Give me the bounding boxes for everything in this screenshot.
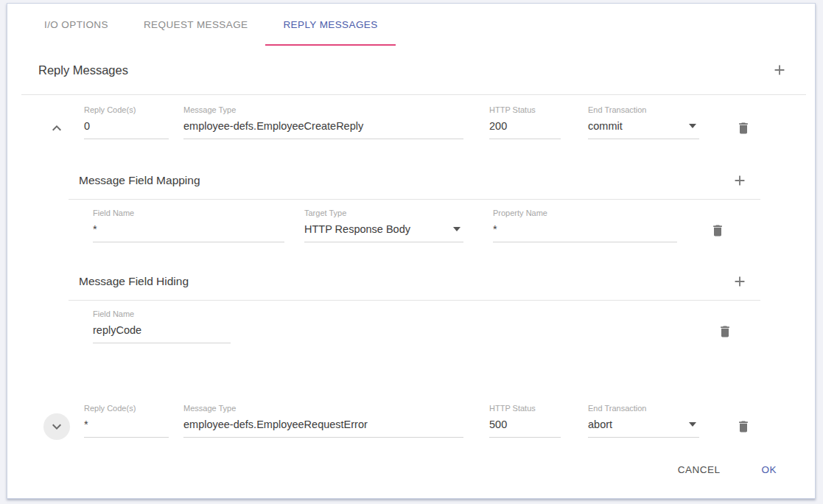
reply-message-item-2: Reply Code(s) Message Type HTTP Status E… (7, 393, 815, 444)
plus-icon (771, 62, 788, 78)
ok-button[interactable]: OK (749, 458, 788, 481)
dropdown-arrow-icon (689, 124, 696, 128)
mapping-section-title: Message Field Mapping (79, 174, 200, 187)
message-type-label: Message Type (183, 404, 463, 413)
target-type-field: Target Type HTTP Response Body (304, 209, 463, 242)
end-transaction-label: End Transaction (588, 105, 699, 115)
reply-row-2: Reply Code(s) Message Type HTTP Status E… (7, 393, 815, 444)
end-transaction-field-2: End Transaction abort (588, 404, 699, 438)
chevron-down-icon (48, 418, 66, 435)
plus-icon (732, 273, 748, 290)
dropdown-arrow-icon (453, 227, 460, 231)
mapping-row: Field Name Target Type HTTP Response Bod… (7, 200, 815, 247)
http-status-field-2: HTTP Status (489, 404, 561, 438)
delete-mapping-button[interactable] (704, 217, 731, 244)
trash-icon (718, 324, 732, 339)
target-type-label: Target Type (304, 209, 463, 218)
mapping-field-name-input[interactable] (93, 221, 284, 242)
active-tab-ink-bar (265, 44, 395, 46)
field-name-label: Field Name (93, 309, 231, 319)
reply-codes-label: Reply Code(s) (84, 105, 169, 115)
message-type-input[interactable] (183, 118, 463, 139)
delete-hiding-button[interactable] (712, 318, 738, 345)
trash-icon (736, 121, 751, 136)
expand-reply-button[interactable] (43, 413, 70, 440)
end-transaction-select[interactable]: abort (588, 416, 699, 438)
dropdown-arrow-icon (689, 422, 696, 427)
trash-icon (736, 419, 751, 434)
message-type-field-1: Message Type (183, 105, 463, 139)
plus-icon (732, 172, 748, 189)
field-name-label: Field Name (93, 209, 284, 218)
end-transaction-value: abort (588, 419, 612, 430)
reply-codes-label: Reply Code(s) (84, 404, 169, 413)
tab-request-message[interactable]: REQUEST MESSAGE (126, 4, 266, 46)
hiding-row: Field Name (7, 301, 815, 348)
chevron-up-icon (48, 119, 66, 137)
http-status-input[interactable] (489, 118, 561, 139)
add-mapping-button[interactable] (726, 167, 753, 194)
tab-bar: I/O OPTIONS REQUEST MESSAGE REPLY MESSAG… (7, 4, 815, 46)
cancel-button[interactable]: CANCEL (666, 458, 732, 481)
reply-codes-field-2: Reply Code(s) (84, 404, 169, 438)
add-reply-message-button[interactable] (766, 57, 793, 83)
trash-icon (710, 223, 725, 238)
mapping-section-header: Message Field Mapping (7, 162, 815, 199)
tab-reply-messages-label: REPLY MESSAGES (283, 19, 377, 30)
tab-io-options[interactable]: I/O OPTIONS (27, 4, 126, 46)
end-transaction-label: End Transaction (588, 404, 699, 413)
reply-message-item-1: Reply Code(s) Message Type HTTP Status E… (7, 95, 815, 348)
add-hiding-button[interactable] (726, 268, 753, 295)
target-type-value: HTTP Response Body (304, 223, 410, 235)
http-status-input[interactable] (489, 416, 561, 438)
reply-row-1: Reply Code(s) Message Type HTTP Status E… (7, 95, 815, 146)
hiding-field-name-input[interactable] (93, 322, 231, 343)
collapse-reply-button[interactable] (43, 115, 70, 141)
end-transaction-field-1: End Transaction commit (588, 105, 699, 139)
delete-reply-button-2[interactable] (730, 413, 757, 440)
http-status-label: HTTP Status (489, 105, 561, 115)
reply-codes-input[interactable] (84, 416, 169, 438)
hiding-section-title: Message Field Hiding (79, 275, 189, 288)
message-type-label: Message Type (183, 105, 463, 115)
property-name-input[interactable] (493, 221, 677, 242)
page-header: Reply Messages (7, 46, 815, 94)
page-title: Reply Messages (38, 63, 128, 77)
property-name-label: Property Name (493, 209, 677, 218)
reply-codes-field-1: Reply Code(s) (84, 105, 169, 139)
delete-reply-button-1[interactable] (730, 115, 757, 141)
mapping-field-name-field: Field Name (93, 209, 284, 242)
dialog-footer: CANCEL OK (7, 453, 815, 486)
reply-messages-dialog: I/O OPTIONS REQUEST MESSAGE REPLY MESSAG… (7, 3, 816, 499)
http-status-field-1: HTTP Status (489, 105, 561, 139)
message-type-input[interactable] (183, 416, 463, 438)
hiding-section-header: Message Field Hiding (7, 263, 815, 300)
target-type-select[interactable]: HTTP Response Body (304, 221, 463, 242)
end-transaction-select[interactable]: commit (588, 118, 699, 139)
message-type-field-2: Message Type (183, 404, 463, 438)
tab-reply-messages[interactable]: REPLY MESSAGES (265, 4, 395, 46)
end-transaction-value: commit (588, 120, 623, 132)
hiding-field-name-field: Field Name (93, 309, 231, 343)
reply-codes-input[interactable] (84, 118, 169, 139)
http-status-label: HTTP Status (489, 404, 561, 413)
property-name-field: Property Name (493, 209, 677, 242)
